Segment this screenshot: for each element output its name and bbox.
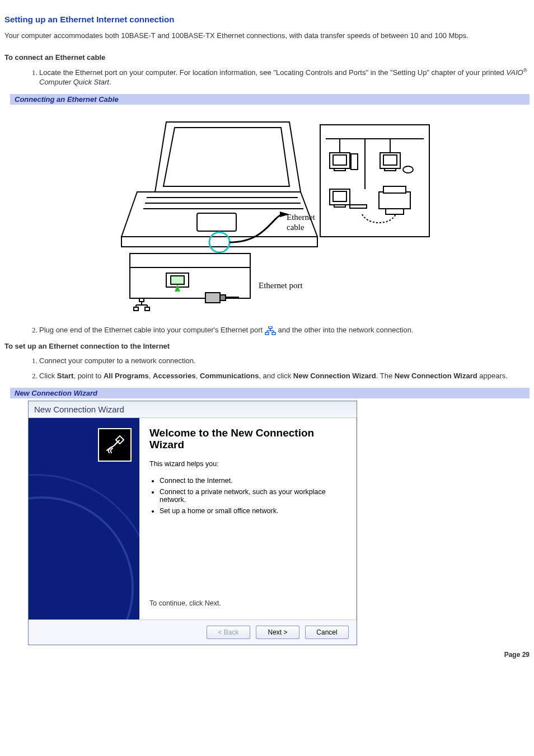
- page-number: Page 29: [4, 651, 530, 659]
- section-a-title: To connect an Ethernet cable: [4, 53, 530, 62]
- svg-rect-34: [351, 154, 358, 170]
- t: Click: [39, 372, 57, 380]
- new-connection-wizard-dialog: New Connection Wizard Wel: [28, 401, 357, 645]
- figure1-caption: Connecting an Ethernet Cable: [4, 94, 530, 105]
- section-a-steps-cont: Plug one end of the Ethernet cable into …: [4, 325, 530, 335]
- network-port-icon: [265, 326, 276, 335]
- wizard-continue-text: To continue, click Next.: [149, 599, 346, 614]
- ethernet-diagram-svg: Ethernet cable Ethernet port: [99, 108, 435, 315]
- svg-rect-26: [320, 125, 429, 237]
- svg-rect-44: [383, 186, 406, 193]
- wizard-bullet-1: Connect to the Internet.: [160, 477, 346, 485]
- step-b1: Connect your computer to a network conne…: [39, 356, 530, 366]
- step-a1-pre: Locate the Ethernet port on your compute…: [39, 68, 506, 77]
- svg-rect-43: [379, 192, 410, 209]
- back-button[interactable]: < Back: [207, 626, 250, 639]
- svg-rect-36: [383, 155, 397, 165]
- t: appears.: [477, 372, 508, 380]
- intro-paragraph: Your computer accommodates both 10BASE-T…: [4, 31, 530, 41]
- svg-rect-11: [130, 253, 250, 267]
- section-b-steps: Connect your computer to a network conne…: [4, 356, 530, 381]
- quickstart-text: Computer Quick Start: [39, 78, 109, 86]
- svg-rect-40: [333, 191, 346, 201]
- wizard-titlebar: New Connection Wizard: [29, 401, 357, 418]
- svg-rect-47: [265, 332, 269, 335]
- svg-rect-33: [334, 168, 345, 171]
- label-ethernet-cable: Ethernet: [287, 213, 316, 222]
- t: . The: [376, 372, 395, 380]
- svg-marker-1: [163, 128, 289, 186]
- vaio-text: VAIO: [506, 68, 523, 77]
- cancel-button[interactable]: Cancel: [305, 626, 349, 639]
- svg-rect-48: [272, 332, 275, 335]
- svg-marker-3: [121, 237, 317, 247]
- wizard-bullets: Connect to the Internet. Connect to a pr…: [149, 473, 346, 518]
- bold-accessories: Accessories: [153, 372, 196, 380]
- bold-start: Start: [57, 372, 74, 380]
- wizard-helps-text: This wizard helps you:: [149, 460, 346, 468]
- svg-rect-18: [145, 307, 149, 311]
- section-a-steps: Locate the Ethernet port on your compute…: [4, 67, 530, 87]
- wizard-welcome-heading: Welcome to the New Connection Wizard: [149, 427, 346, 452]
- t: ,: [149, 372, 153, 380]
- wizard-footer: < Back Next > Cancel: [29, 619, 357, 645]
- step-a1-post: .: [109, 78, 111, 86]
- registered-mark: ®: [523, 68, 527, 73]
- svg-point-38: [403, 166, 413, 173]
- svg-rect-42: [350, 205, 367, 208]
- svg-rect-14: [171, 276, 184, 284]
- svg-rect-32: [333, 155, 346, 165]
- figure-ethernet-diagram: Ethernet cable Ethernet port: [99, 108, 435, 315]
- svg-rect-17: [134, 307, 138, 311]
- svg-text:cable: cable: [287, 223, 305, 232]
- wizard-bullet-3: Set up a home or small office network.: [160, 507, 346, 515]
- bold-newconnwizard2: New Connection Wizard: [395, 372, 477, 380]
- svg-rect-12: [130, 267, 250, 298]
- t: , and click: [259, 372, 293, 380]
- svg-rect-41: [334, 205, 345, 207]
- wizard-sidebar: [29, 418, 139, 619]
- figure2-caption: New Connection Wizard: [4, 388, 530, 398]
- section-b-title: To set up an Ethernet connection to the …: [4, 342, 530, 350]
- step-a2-pre: Plug one end of the Ethernet cable into …: [39, 326, 265, 334]
- svg-rect-23: [205, 293, 220, 303]
- page-title: Setting up an Ethernet Internet connecti…: [4, 15, 530, 24]
- step-a2-post: and the other into the network connectio…: [278, 326, 413, 334]
- t: ,: [196, 372, 200, 380]
- t: , point to: [73, 372, 103, 380]
- svg-rect-46: [269, 326, 272, 328]
- wizard-main-panel: Welcome to the New Connection Wizard Thi…: [139, 418, 357, 619]
- step-a2: Plug one end of the Ethernet cable into …: [39, 325, 530, 335]
- svg-rect-16: [139, 298, 144, 302]
- step-b2: Click Start, point to All Programs, Acce…: [39, 371, 530, 381]
- svg-rect-24: [220, 295, 226, 300]
- bold-newconnwizard: New Connection Wizard: [293, 372, 376, 380]
- next-button[interactable]: Next >: [256, 626, 299, 639]
- svg-rect-37: [385, 168, 396, 171]
- wizard-hand-plug-icon: [98, 428, 132, 462]
- bold-allprograms: All Programs: [104, 372, 149, 380]
- wizard-bullet-2: Connect to a private network, such as yo…: [160, 488, 346, 504]
- step-a1: Locate the Ethernet port on your compute…: [39, 67, 530, 87]
- bold-communications: Communications: [200, 372, 259, 380]
- label-ethernet-port: Ethernet port: [259, 281, 303, 290]
- svg-rect-45: [386, 209, 404, 214]
- svg-rect-4: [197, 213, 236, 231]
